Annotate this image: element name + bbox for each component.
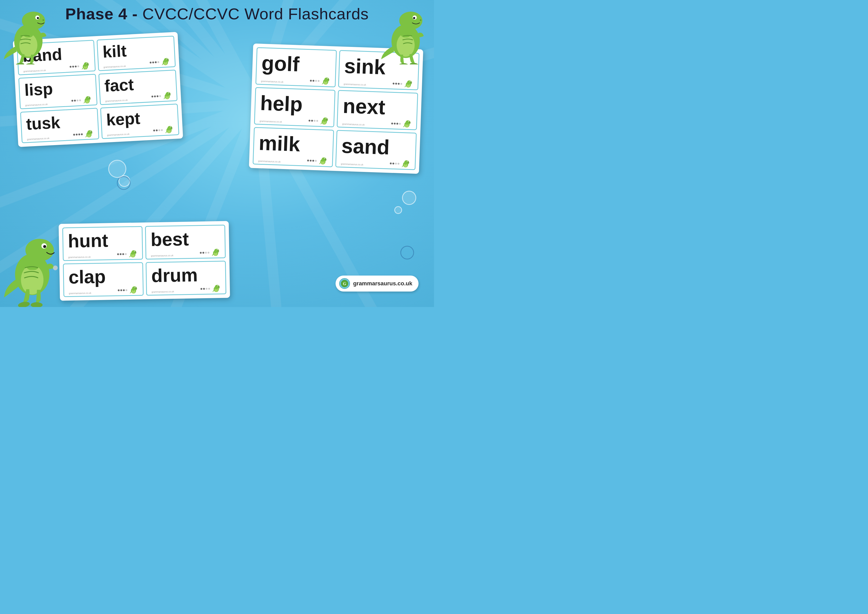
card-dino-icon-hunt (128, 250, 137, 257)
svg-point-30 (399, 12, 422, 29)
flashcard-tusk: tusk grammarsaurus.co.uk (20, 108, 99, 143)
word-hunt: hunt (68, 231, 137, 250)
page-title: Phase 4 - CVCC/CCVC Word Flashcards (65, 5, 369, 23)
brand-golf: grammarsaurus.co.uk (261, 80, 283, 83)
svg-point-15 (117, 177, 130, 189)
brand-help: grammarsaurus.co.uk (259, 120, 282, 123)
svg-point-35 (399, 63, 408, 64)
brand-label-4: grammarsaurus.co.uk (105, 99, 127, 102)
brand-milk: grammarsaurus.co.uk (258, 160, 281, 163)
brand-sand: grammarsaurus.co.uk (341, 163, 363, 166)
brand-label-1: grammarsaurus.co.uk (23, 69, 46, 73)
logo-badge: G grammarsaurus.co.uk (336, 276, 418, 291)
brand-best: grammarsaurus.co.uk (151, 254, 174, 257)
flashcard-sheet-3: hunt grammarsaurus.co.uk (59, 221, 230, 301)
word-kept: kept (106, 108, 174, 128)
word-fact: fact (104, 74, 172, 94)
page-header: Phase 4 - CVCC/CCVC Word Flashcards (0, 5, 434, 23)
brand-label-6: grammarsaurus.co.uk (107, 133, 129, 136)
card-dino-icon-best (211, 249, 220, 256)
dot-1 (70, 66, 71, 68)
flashcard-sand: sand grammarsaurus.co.uk (335, 130, 417, 170)
flashcard-kilt: kilt grammarsaurus.co.uk (97, 36, 176, 71)
dino-bottom-left-decoration (3, 224, 62, 307)
word-lisp: lisp (24, 78, 91, 98)
card-dino-icon-golf (321, 78, 330, 85)
card-dino-icon-help (319, 117, 329, 125)
brand-hunt: grammarsaurus.co.uk (68, 256, 91, 259)
card-dino-icon-tusk (84, 130, 93, 138)
card-dino-icon-sand (401, 160, 410, 167)
word-drum: drum (151, 265, 221, 285)
dino-top-right-decoration (377, 0, 434, 64)
svg-point-21 (22, 12, 45, 29)
dino-top-left-decoration (0, 0, 57, 64)
brand-label-5: grammarsaurus.co.uk (27, 137, 49, 141)
card-dino-icon (81, 62, 90, 70)
brand-clap: grammarsaurus.co.uk (69, 292, 91, 295)
card-dino-icon-kept (164, 126, 174, 133)
word-help: help (260, 92, 330, 116)
flashcard-kept: kept grammarsaurus.co.uk (100, 104, 179, 139)
dot-4 (78, 65, 79, 67)
svg-point-23 (37, 17, 39, 19)
svg-point-32 (413, 17, 415, 19)
flashcard-milk: milk grammarsaurus.co.uk (253, 127, 334, 167)
word-clap: clap (68, 267, 138, 286)
difficulty-dots (70, 65, 79, 68)
flashcard-best: best grammarsaurus.co.uk (145, 225, 226, 260)
logo-icon: G (339, 278, 350, 289)
card-dino-icon-lisp (82, 96, 92, 104)
card-dino-icon-next (402, 120, 412, 127)
word-kilt: kilt (102, 40, 170, 60)
word-golf: golf (261, 52, 331, 76)
brand-label-3: grammarsaurus.co.uk (25, 103, 48, 107)
svg-point-42 (53, 265, 58, 270)
svg-text:G: G (343, 282, 346, 286)
brand-sink: grammarsaurus.co.uk (344, 83, 366, 86)
flashcard-clap: clap grammarsaurus.co.uk (63, 262, 144, 297)
word-best: best (150, 229, 220, 249)
flashcard-next: next grammarsaurus.co.uk (336, 90, 418, 130)
flashcard-drum: drum grammarsaurus.co.uk (146, 260, 226, 295)
flashcard-golf: golf grammarsaurus.co.uk (256, 47, 337, 87)
word-tusk: tusk (26, 112, 93, 132)
flashcard-help: help grammarsaurus.co.uk (254, 87, 336, 127)
card-dino-icon-sink (404, 80, 413, 88)
svg-point-39 (25, 239, 54, 261)
word-sand: sand (341, 135, 411, 159)
dot-2 (72, 65, 74, 67)
card-dino-icon-milk (318, 157, 327, 165)
card-dino-icon-clap (129, 286, 138, 294)
svg-point-41 (43, 245, 46, 248)
flashcard-lisp: lisp grammarsaurus.co.uk (18, 74, 98, 109)
word-next: next (343, 95, 412, 119)
brand-label-2: grammarsaurus.co.uk (103, 65, 126, 68)
word-milk: milk (259, 132, 329, 157)
logo-text: grammarsaurus.co.uk (353, 280, 412, 287)
card-dino-icon-kilt (161, 58, 170, 65)
brand-next: grammarsaurus.co.uk (342, 123, 365, 126)
dot-3 (75, 65, 76, 67)
svg-point-24 (42, 19, 44, 21)
difficulty-dots-kilt (150, 61, 159, 64)
brand-drum: grammarsaurus.co.uk (152, 290, 174, 293)
svg-point-17 (401, 246, 414, 259)
card-dino-icon-fact (162, 92, 172, 99)
svg-point-26 (26, 63, 35, 64)
card-dino-icon-drum (212, 285, 221, 292)
svg-point-33 (420, 19, 422, 21)
flashcard-hunt: hunt grammarsaurus.co.uk (62, 226, 143, 261)
flashcard-fact: fact grammarsaurus.co.uk (98, 70, 178, 105)
svg-point-44 (31, 302, 42, 307)
